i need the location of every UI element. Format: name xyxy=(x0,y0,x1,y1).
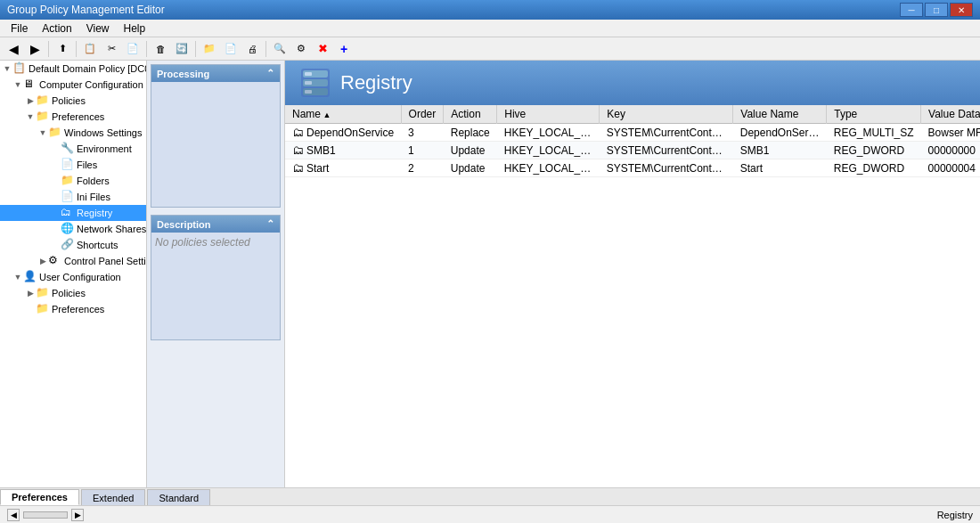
toolbar-delete[interactable]: 🗑 xyxy=(151,39,170,59)
expand-ucpolicies[interactable]: ▶ xyxy=(25,288,36,298)
svg-rect-5 xyxy=(305,81,312,85)
processing-title: Processing xyxy=(157,69,209,79)
toolbar-paste[interactable]: 📄 xyxy=(123,39,143,59)
status-left: ◀ ▶ xyxy=(7,509,937,521)
tree-label-cc: Computer Configuration xyxy=(39,79,143,90)
tree-item-policies[interactable]: ▶ 📁 Policies xyxy=(0,93,146,109)
toolbar-add[interactable]: + xyxy=(334,39,354,59)
expand-cc[interactable]: ▼ xyxy=(12,79,23,90)
toolbar-settings[interactable]: ⚙ xyxy=(291,39,311,59)
ucprefs-icon: 📁 xyxy=(36,302,50,316)
shortcuts-icon: 🔗 xyxy=(61,238,75,252)
tab-extended[interactable]: Extended xyxy=(81,489,145,505)
cell-name-0: 🗂DependOnService xyxy=(285,124,401,142)
col-hive[interactable]: Hive xyxy=(497,105,600,124)
files-icon: 📄 xyxy=(61,158,75,172)
table-row[interactable]: 🗂Start2UpdateHKEY_LOCAL_MAC...SYSTEM\Cur… xyxy=(285,159,980,177)
menu-help[interactable]: Help xyxy=(117,20,153,37)
tree-item-gpo[interactable]: ▼ 📋 Default Domain Policy [DC02.CI xyxy=(0,61,146,77)
tree-item-uc[interactable]: ▼ 👤 User Configuration xyxy=(0,269,146,285)
content-area: ▼ 📋 Default Domain Policy [DC02.CI ▼ 🖥 C… xyxy=(0,61,980,487)
toolbar-sep-1 xyxy=(48,41,49,57)
cell-valuename-0: DependOnServ... xyxy=(733,124,827,142)
tab-standard[interactable]: Standard xyxy=(147,489,210,505)
col-name[interactable]: Name xyxy=(285,105,401,124)
menu-view[interactable]: View xyxy=(79,20,117,37)
col-valuename[interactable]: Value Name xyxy=(733,105,827,124)
maximize-button[interactable]: □ xyxy=(925,3,948,17)
toolbar-back[interactable]: ◀ xyxy=(4,39,23,59)
menu-file[interactable]: File xyxy=(4,20,35,37)
scroll-track[interactable] xyxy=(23,511,68,519)
cell-action-1: Update xyxy=(444,142,497,159)
col-valuedata[interactable]: Value Data xyxy=(921,105,980,124)
cell-valuedata-2: 00000004 xyxy=(921,159,980,177)
expand-policies[interactable]: ▶ xyxy=(25,95,36,106)
description-content: No policies selected xyxy=(151,233,280,339)
tree-item-cc[interactable]: ▼ 🖥 Computer Configuration xyxy=(0,77,146,93)
expand-gpo[interactable]: ▼ xyxy=(2,63,12,74)
toolbar-import[interactable]: 📄 xyxy=(221,39,241,59)
processing-header: Processing ⌃ xyxy=(151,65,280,82)
close-button[interactable]: ✕ xyxy=(950,3,973,17)
cell-name-2: 🗂Start xyxy=(285,159,401,177)
tree-item-preferences[interactable]: ▼ 📁 Preferences xyxy=(0,109,146,125)
tab-preferences[interactable]: Preferences xyxy=(0,489,79,505)
toolbar-search[interactable]: 🔍 xyxy=(270,39,290,59)
tree-item-folders[interactable]: 📁 Folders xyxy=(0,173,146,189)
tree-label-netshares: Network Shares xyxy=(77,224,146,234)
col-type[interactable]: Type xyxy=(827,105,921,124)
tree-item-ucpolicies[interactable]: ▶ 📁 Policies xyxy=(0,285,146,301)
toolbar-cut[interactable]: ✂ xyxy=(102,39,121,59)
cell-valuename-2: Start xyxy=(733,159,827,177)
description-collapse-icon[interactable]: ⌃ xyxy=(266,218,274,230)
cell-hive-1: HKEY_LOCAL_MAC... xyxy=(497,142,600,159)
tree-item-ucprefs[interactable]: 📁 Preferences xyxy=(0,301,146,317)
tree-item-registry[interactable]: 🗂 Registry xyxy=(0,205,146,221)
netshares-icon: 🌐 xyxy=(61,222,75,236)
tree-item-winsettings[interactable]: ▼ 📁 Windows Settings xyxy=(0,125,146,141)
toolbar-print[interactable]: 🖨 xyxy=(242,39,262,59)
toolbar-copy[interactable]: 📋 xyxy=(80,39,100,59)
tree-label-env: Environment xyxy=(77,143,132,154)
scroll-left-btn[interactable]: ◀ xyxy=(7,509,20,521)
tree-item-env[interactable]: 🔧 Environment xyxy=(0,141,146,157)
cc-icon: 🖥 xyxy=(23,78,37,92)
cell-valuedata-0: Bowser MRxS... xyxy=(921,124,980,142)
expand-cpanel[interactable]: ▶ xyxy=(37,256,48,266)
col-key[interactable]: Key xyxy=(600,105,733,124)
tab-bar: Preferences Extended Standard xyxy=(0,487,980,505)
processing-collapse-icon[interactable]: ⌃ xyxy=(266,68,274,79)
toolbar-sep-5 xyxy=(265,41,266,57)
tab-preferences-label: Preferences xyxy=(12,492,68,503)
toolbar-refresh[interactable]: 🔄 xyxy=(172,39,192,59)
expand-preferences[interactable]: ▼ xyxy=(25,111,36,122)
table-row[interactable]: 🗂DependOnService3ReplaceHKEY_LOCAL_MAC..… xyxy=(285,124,980,142)
tree-item-netshares[interactable]: 🌐 Network Shares xyxy=(0,221,146,237)
col-action[interactable]: Action xyxy=(444,105,497,124)
toolbar-forward[interactable]: ▶ xyxy=(25,39,45,59)
cell-action-2: Update xyxy=(444,159,497,177)
description-header: Description ⌃ xyxy=(151,216,280,233)
toolbar-export[interactable]: 📁 xyxy=(200,39,219,59)
expand-uc[interactable]: ▼ xyxy=(12,272,23,282)
minimize-button[interactable]: ─ xyxy=(900,3,923,17)
table-row[interactable]: 🗂SMB11UpdateHKEY_LOCAL_MAC...SYSTEM\Curr… xyxy=(285,142,980,159)
tree-label-ucprefs: Preferences xyxy=(52,304,104,315)
tree-label-winsettings: Windows Settings xyxy=(64,127,142,138)
cell-key-0: SYSTEM\CurrentControlS... xyxy=(600,124,733,142)
tree-item-files[interactable]: 📄 Files xyxy=(0,157,146,173)
tree-label-preferences: Preferences xyxy=(52,111,104,122)
col-order[interactable]: Order xyxy=(401,105,444,124)
toolbar-up[interactable]: ⬆ xyxy=(53,39,72,59)
tree-item-shortcuts[interactable]: 🔗 Shortcuts xyxy=(0,237,146,253)
menu-action[interactable]: Action xyxy=(35,20,78,37)
toolbar-cancel[interactable]: ✖ xyxy=(313,39,332,59)
tree-item-inifiles[interactable]: 📄 Ini Files xyxy=(0,189,146,205)
cell-type-0: REG_MULTI_SZ xyxy=(827,124,921,142)
expand-winsettings[interactable]: ▼ xyxy=(37,127,48,138)
tree-item-cpanel[interactable]: ▶ ⚙ Control Panel Setting xyxy=(0,253,146,269)
cell-type-1: REG_DWORD xyxy=(827,142,921,159)
table-container[interactable]: Name Order Action Hive Key Value Name Ty… xyxy=(285,105,980,487)
scroll-right-btn[interactable]: ▶ xyxy=(71,509,84,521)
